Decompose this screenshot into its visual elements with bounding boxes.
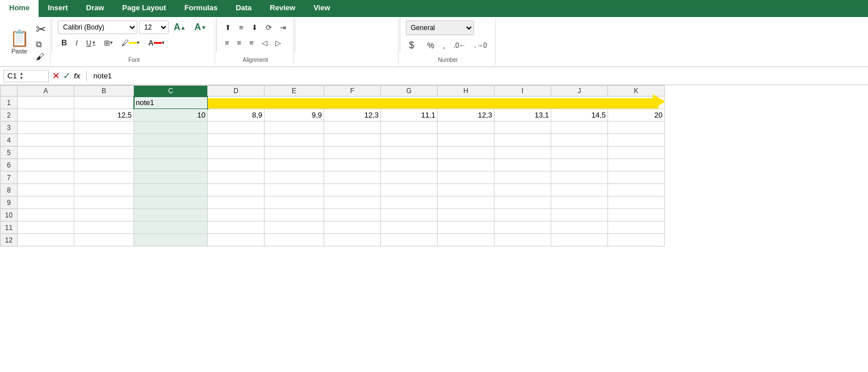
row-header-11[interactable]: 11 [1, 221, 18, 234]
orientation-button[interactable]: ⟳ [262, 20, 275, 34]
cell-D2[interactable]: 8,9 [208, 109, 265, 122]
cell-A1[interactable] [18, 97, 74, 109]
align-right-button[interactable]: ≡ [246, 36, 257, 49]
row-header-1[interactable]: 1 [1, 97, 18, 109]
col-header-C[interactable]: C [134, 86, 208, 97]
border-dropdown-icon[interactable]: ▾ [110, 40, 113, 45]
format-painter-button[interactable]: 🖌 [34, 51, 48, 62]
align-bottom-button[interactable]: ⬇ [248, 20, 261, 34]
cell-J3[interactable] [551, 122, 608, 134]
font-color-dropdown-icon[interactable]: ▾ [162, 40, 165, 45]
row-header-7[interactable]: 7 [1, 172, 18, 184]
tab-formulas[interactable]: Formulas [175, 0, 227, 17]
cell-F3[interactable] [324, 122, 381, 134]
row-header-12[interactable]: 12 [1, 234, 18, 246]
underline-button[interactable]: U ▾ [83, 36, 99, 49]
row-header-3[interactable]: 3 [1, 122, 18, 134]
cell-ref-stepper[interactable]: ▲ ▼ [19, 72, 24, 81]
cell-E2[interactable]: 9,9 [265, 109, 324, 122]
increase-decimal-button[interactable]: .→0 [471, 39, 490, 52]
indent-button[interactable]: ⇥ [276, 20, 290, 34]
cell-A3[interactable] [18, 122, 74, 134]
col-header-H[interactable]: H [438, 86, 494, 97]
cell-B3[interactable] [74, 122, 134, 134]
tab-page-layout[interactable]: Page Layout [113, 0, 175, 17]
decrease-decimal-button[interactable]: .0← [450, 39, 469, 52]
function-button[interactable]: fx [74, 72, 81, 80]
fill-dropdown-icon[interactable]: ▾ [137, 40, 140, 45]
row-header-9[interactable]: 9 [1, 197, 18, 209]
col-header-E[interactable]: E [265, 86, 324, 97]
rtl-button[interactable]: ◁ [258, 36, 271, 49]
formula-input[interactable] [93, 70, 865, 81]
merge-centre-button[interactable]: ⟺ Merge & Centre ▾ [301, 37, 393, 52]
col-header-J[interactable]: J [551, 86, 608, 97]
cell-C2[interactable]: 10 [134, 109, 208, 122]
cell-H2[interactable]: 12,3 [438, 109, 494, 122]
cell-B2[interactable]: 12,5 [74, 109, 134, 122]
cell-D1[interactable] [208, 97, 665, 109]
corner-header[interactable] [1, 86, 18, 97]
font-size-select[interactable]: 12 [139, 20, 169, 34]
font-grow-button[interactable]: A▲ [170, 20, 189, 34]
cancel-formula-button[interactable]: ✕ [52, 70, 60, 81]
cell-C3[interactable] [134, 122, 208, 134]
font-color-button[interactable]: A ▾ [145, 36, 167, 49]
number-format-select[interactable]: General [406, 20, 474, 35]
italic-button[interactable]: I [72, 36, 81, 49]
underline-dropdown-icon[interactable]: ▾ [93, 40, 95, 45]
align-left-button[interactable]: ≡ [221, 36, 233, 49]
col-header-A[interactable]: A [18, 86, 74, 97]
bold-button[interactable]: B [58, 36, 70, 49]
cell-C1[interactable]: note1 [134, 97, 208, 109]
font-shrink-button[interactable]: A▼ [191, 20, 209, 34]
percent-button[interactable]: % [423, 39, 437, 52]
cell-D3[interactable] [208, 122, 265, 134]
merge-dropdown-icon[interactable]: ▾ [387, 41, 389, 47]
row-header-4[interactable]: 4 [1, 134, 18, 147]
confirm-formula-button[interactable]: ✓ [63, 70, 70, 81]
cell-K3[interactable] [608, 122, 665, 134]
ltr-button[interactable]: ▷ [272, 36, 284, 49]
currency-button[interactable]: $ [406, 39, 418, 52]
cell-B1[interactable] [74, 97, 134, 109]
comma-button[interactable]: , [439, 39, 448, 52]
col-header-I[interactable]: I [494, 86, 551, 97]
border-button[interactable]: ⊞ ▾ [100, 36, 116, 49]
tab-data[interactable]: Data [227, 0, 261, 17]
col-header-G[interactable]: G [381, 86, 438, 97]
cell-F2[interactable]: 12,3 [324, 109, 381, 122]
tab-draw[interactable]: Draw [77, 0, 114, 17]
currency-dropdown-icon[interactable]: ▾ [419, 39, 422, 52]
cell-G3[interactable] [381, 122, 438, 134]
fill-color-button[interactable]: 🖊 ▾ [118, 36, 143, 49]
tab-home[interactable]: Home [0, 0, 39, 17]
wrap-text-dropdown-icon[interactable]: ▾ [387, 25, 389, 31]
row-header-10[interactable]: 10 [1, 209, 18, 221]
cell-H3[interactable] [438, 122, 494, 134]
tab-insert[interactable]: Insert [39, 0, 77, 17]
cell-G2[interactable]: 11,1 [381, 109, 438, 122]
cell-I2[interactable]: 13,1 [494, 109, 551, 122]
col-header-D[interactable]: D [208, 86, 265, 97]
stepper-down-icon[interactable]: ▼ [19, 76, 24, 81]
paste-button[interactable]: 📋 Paste [5, 20, 34, 63]
copy-button[interactable]: ⧉ [34, 39, 48, 50]
align-top-button[interactable]: ⬆ [221, 20, 234, 34]
col-header-B[interactable]: B [74, 86, 134, 97]
col-header-F[interactable]: F [324, 86, 381, 97]
cell-A2[interactable] [18, 109, 74, 122]
font-family-select[interactable]: Calibri (Body) [58, 20, 137, 34]
tab-review[interactable]: Review [261, 0, 304, 17]
cell-E3[interactable] [265, 122, 324, 134]
cell-reference-box[interactable]: C1 ▲ ▼ [3, 70, 49, 82]
cell-I3[interactable] [494, 122, 551, 134]
align-middle-button[interactable]: ≡ [236, 20, 247, 34]
align-center-button[interactable]: ≡ [234, 36, 245, 49]
tab-view[interactable]: View [304, 0, 339, 17]
cut-button[interactable]: ✂ [34, 22, 48, 37]
row-header-6[interactable]: 6 [1, 159, 18, 172]
wrap-text-button[interactable]: ⌧ Wrap Text ▾ [301, 20, 393, 35]
row-header-5[interactable]: 5 [1, 147, 18, 159]
row-header-2[interactable]: 2 [1, 109, 18, 122]
